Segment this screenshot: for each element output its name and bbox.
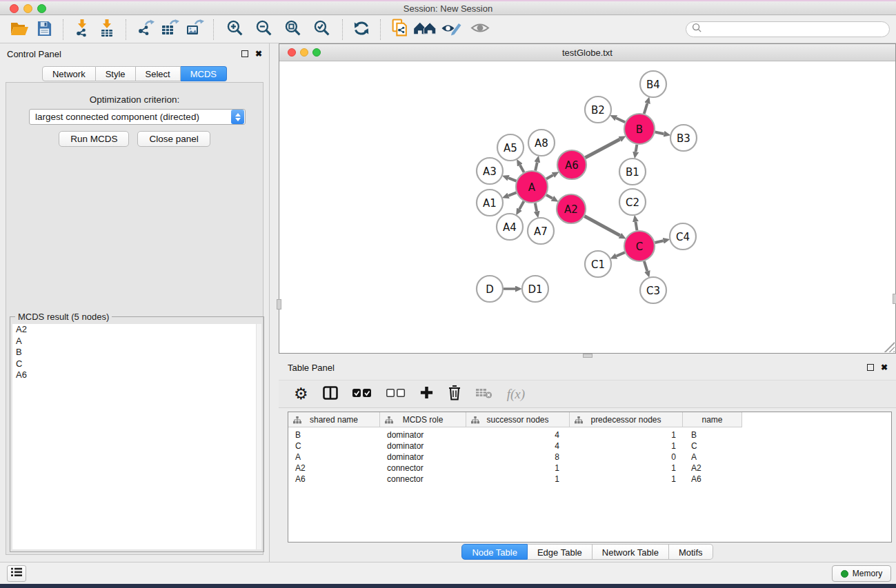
graph-edge-A-A2[interactable] bbox=[546, 195, 552, 199]
mcds-result-list[interactable]: A2ABCA6 bbox=[12, 324, 256, 549]
graph-edge-C-C4[interactable] bbox=[655, 241, 663, 243]
column-mode-button[interactable] bbox=[323, 386, 338, 403]
graph-edge-C-C1[interactable] bbox=[617, 252, 625, 256]
tab-node-table[interactable]: Node Table bbox=[461, 544, 528, 560]
eye-pen-icon bbox=[441, 20, 462, 39]
save-floppy-icon bbox=[37, 20, 52, 39]
graph-edge-A-A4[interactable] bbox=[519, 201, 524, 210]
search-input[interactable] bbox=[686, 21, 890, 37]
result-item[interactable]: C bbox=[12, 358, 256, 370]
graph-edge-C-C2[interactable] bbox=[635, 222, 637, 231]
delete-column-button[interactable] bbox=[448, 385, 461, 403]
graph-edge-A6-B[interactable] bbox=[585, 139, 619, 158]
graph-node-label-B3: B3 bbox=[677, 132, 690, 145]
graph-edge-A-A1[interactable] bbox=[508, 192, 516, 195]
close-table-panel-icon[interactable]: ✖ bbox=[881, 363, 888, 372]
function-builder-button[interactable]: f(x) bbox=[507, 387, 525, 402]
graph-edge-A-A3[interactable] bbox=[508, 178, 516, 181]
clone-network-icon bbox=[391, 19, 408, 40]
zoom-in-button[interactable] bbox=[220, 18, 249, 41]
select-spinner-icon[interactable] bbox=[231, 110, 244, 124]
toolbar-separator bbox=[126, 19, 126, 40]
graph-edge-A2-C[interactable] bbox=[584, 216, 620, 236]
result-item[interactable]: A bbox=[12, 336, 256, 347]
import-table-button[interactable] bbox=[94, 18, 119, 41]
table-cell: 0 bbox=[570, 452, 683, 462]
column-tree-icon bbox=[385, 416, 393, 424]
table-cell: 1 bbox=[570, 474, 683, 484]
select-all-columns-button[interactable] bbox=[352, 388, 372, 401]
float-table-panel-icon[interactable] bbox=[867, 364, 874, 371]
table-row[interactable]: A2connector11A2 bbox=[288, 463, 891, 474]
delete-table-button[interactable] bbox=[476, 387, 492, 401]
run-mcds-button[interactable]: Run MCDS bbox=[59, 131, 129, 147]
network-graph: B4B2BB3A8A5A6B1A3AC2A1A2A4A7C4CC1C3DD1 bbox=[280, 62, 895, 352]
column-header-name[interactable]: name bbox=[683, 412, 742, 427]
show-panels-list-button[interactable] bbox=[7, 565, 26, 582]
search-icon bbox=[692, 23, 702, 36]
vertical-scrollbar-left[interactable] bbox=[277, 299, 281, 310]
close-panel-icon[interactable]: ✖ bbox=[255, 50, 262, 58]
column-header-successor-nodes[interactable]: successor nodes bbox=[466, 412, 570, 427]
add-column-button[interactable] bbox=[420, 386, 433, 402]
graph-edge-A-A8[interactable] bbox=[535, 162, 537, 170]
network-canvas[interactable]: B4B2BB3A8A5A6B1A3AC2A1A2A4A7C4CC1C3DD1 bbox=[280, 62, 895, 352]
graph-edge-A-A6[interactable] bbox=[546, 175, 553, 179]
export-network-button[interactable] bbox=[132, 18, 157, 41]
graph-edge-A-A5[interactable] bbox=[520, 165, 524, 172]
table-row[interactable]: Bdominator41B bbox=[288, 429, 891, 440]
tab-edge-table[interactable]: Edge Table bbox=[528, 544, 593, 560]
unselect-all-columns-button[interactable] bbox=[386, 388, 406, 401]
graph-edge-B-B2[interactable] bbox=[616, 118, 625, 122]
table-row[interactable]: Adominator80A bbox=[288, 452, 891, 463]
show-hide-annotations-button[interactable] bbox=[437, 18, 466, 41]
result-item[interactable]: B bbox=[12, 347, 256, 358]
network-window-titlebar[interactable]: testGlobe.txt bbox=[279, 44, 895, 61]
graph-node-label-A: A bbox=[528, 181, 536, 194]
zoom-fit-button[interactable] bbox=[278, 18, 307, 41]
graph-edge-B-B4[interactable] bbox=[644, 103, 648, 114]
zoom-selected-button[interactable] bbox=[307, 18, 336, 41]
tab-mcds[interactable]: MCDS bbox=[181, 66, 227, 81]
tab-select[interactable]: Select bbox=[136, 66, 181, 81]
column-tree-icon bbox=[293, 416, 301, 424]
vertical-scrollbar-right[interactable] bbox=[893, 294, 896, 304]
zoom-out-button[interactable] bbox=[249, 18, 278, 41]
show-hide-graphics-button[interactable] bbox=[466, 18, 495, 41]
export-image-button[interactable] bbox=[182, 18, 207, 41]
table-row[interactable]: A6connector11A6 bbox=[288, 474, 891, 485]
open-session-button[interactable] bbox=[7, 18, 32, 41]
float-panel-icon[interactable] bbox=[241, 50, 248, 57]
graph-edge-C-C3[interactable] bbox=[644, 261, 647, 271]
result-scrollbar[interactable] bbox=[256, 324, 261, 549]
graph-edge-B-B3[interactable] bbox=[655, 132, 664, 134]
export-table-button[interactable] bbox=[157, 18, 182, 41]
graph-edge-A-A7[interactable] bbox=[535, 203, 537, 212]
unchecked-boxes-icon bbox=[386, 388, 406, 401]
desktop-background bbox=[0, 584, 896, 588]
close-panel-button[interactable]: Close panel bbox=[137, 131, 210, 147]
graph-node-label-B2: B2 bbox=[591, 104, 605, 116]
criterion-select[interactable]: largest connected component (directed) bbox=[29, 109, 246, 125]
criterion-selected-value: largest connected component (directed) bbox=[30, 112, 230, 122]
memory-button[interactable]: Memory bbox=[832, 565, 891, 582]
column-header-shared-name[interactable]: shared name bbox=[288, 412, 380, 427]
table-settings-button[interactable]: ⚙ bbox=[294, 386, 308, 402]
import-network-button[interactable] bbox=[70, 18, 94, 41]
refresh-button[interactable] bbox=[349, 18, 374, 41]
tab-network[interactable]: Network bbox=[42, 66, 96, 81]
graph-node-label-C4: C4 bbox=[676, 231, 690, 243]
tab-motifs[interactable]: Motifs bbox=[669, 544, 713, 560]
table-panel: Table Panel ✖ ⚙ f(x) shared nameMCDS rol… bbox=[279, 358, 896, 562]
save-session-button[interactable] bbox=[32, 18, 57, 41]
result-item[interactable]: A2 bbox=[12, 324, 256, 336]
graph-edge-B-B1[interactable] bbox=[636, 145, 637, 152]
table-row[interactable]: Cdominator41C bbox=[288, 440, 891, 452]
home-networks-button[interactable] bbox=[412, 18, 437, 41]
column-header-MCDS-role[interactable]: MCDS role bbox=[380, 412, 466, 427]
clone-network-button[interactable] bbox=[387, 18, 412, 41]
result-item[interactable]: A6 bbox=[12, 369, 256, 381]
column-header-predecessor-nodes[interactable]: predecessor nodes bbox=[570, 412, 683, 427]
tab-network-table[interactable]: Network Table bbox=[593, 544, 669, 560]
tab-style[interactable]: Style bbox=[96, 66, 136, 81]
